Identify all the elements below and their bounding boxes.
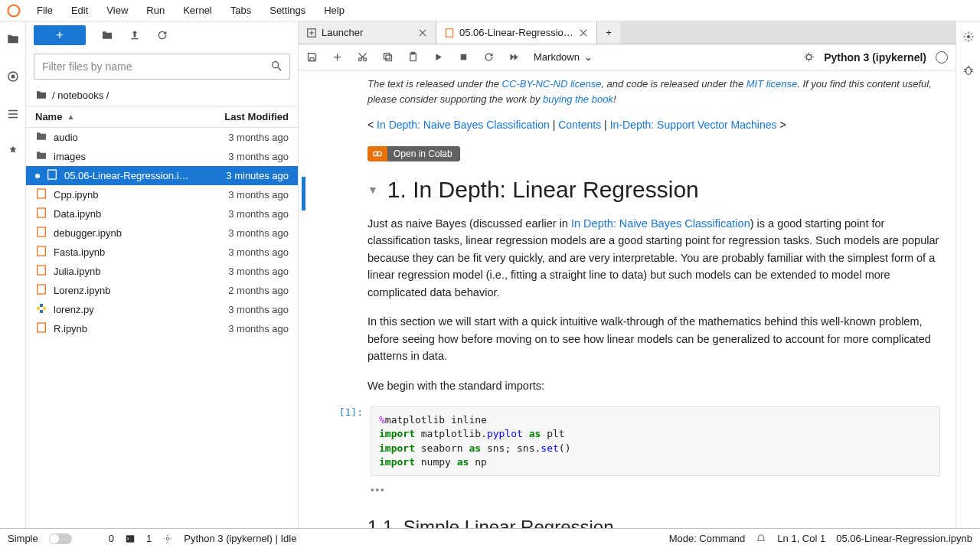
nav-contents-link[interactable]: Contents xyxy=(558,119,601,131)
extensions-icon[interactable] xyxy=(6,145,20,161)
tab-notebook[interactable]: 05.06-Linear-Regression.i xyxy=(436,21,597,44)
file-row[interactable]: debugger.ipynb3 months ago xyxy=(26,223,298,243)
close-icon[interactable] xyxy=(417,28,428,38)
svg-rect-10 xyxy=(38,246,46,256)
output-collapsed-icon[interactable]: ••• xyxy=(329,481,940,503)
svg-rect-12 xyxy=(38,285,46,294)
celltype-dropdown[interactable]: Markdown ⌄ xyxy=(534,51,593,63)
notebook-icon xyxy=(35,226,47,240)
debugger-panel-icon[interactable] xyxy=(962,64,975,77)
new-folder-icon[interactable] xyxy=(101,29,113,41)
menu-help[interactable]: Help xyxy=(316,2,352,19)
paste-icon[interactable] xyxy=(407,51,419,63)
refresh-icon[interactable] xyxy=(156,29,168,41)
run-icon[interactable] xyxy=(433,51,444,63)
running-icon[interactable] xyxy=(6,70,20,86)
nav-next-link[interactable]: In-Depth: Support Vector Machines xyxy=(610,119,777,131)
sort-caret-icon: ▲ xyxy=(67,113,74,121)
menu-run[interactable]: Run xyxy=(139,2,172,19)
file-row[interactable]: audio3 months ago xyxy=(26,128,298,147)
file-row[interactable]: lorenz.py3 months ago xyxy=(26,300,298,319)
file-row[interactable]: Fasta.ipynb3 months ago xyxy=(26,243,298,262)
kernel-name[interactable]: Python 3 (ipykernel) xyxy=(824,51,926,64)
simple-label: Simple xyxy=(8,533,38,544)
mode-text: Mode: Command xyxy=(669,533,746,544)
heading-1: 1. In Depth: Linear Regression xyxy=(387,177,699,203)
svg-rect-9 xyxy=(38,227,46,236)
menu-view[interactable]: View xyxy=(99,2,136,19)
svg-rect-11 xyxy=(38,266,46,275)
svg-rect-19 xyxy=(386,55,392,61)
code-cell[interactable]: [1]: %matplotlib inline import matplotli… xyxy=(329,406,940,476)
svg-rect-6 xyxy=(48,170,57,179)
toc-icon[interactable] xyxy=(6,107,20,123)
filter-input[interactable] xyxy=(34,54,290,80)
mit-license-link[interactable]: MIT license xyxy=(746,78,797,90)
breadcrumb-path: / notebooks / xyxy=(52,90,109,101)
cc-license-link[interactable]: CC-BY-NC-ND license xyxy=(502,78,602,90)
colab-label: Open in Colab xyxy=(387,146,460,161)
debugger-icon[interactable] xyxy=(803,51,815,63)
new-launcher-button[interactable]: + xyxy=(34,25,86,45)
file-row[interactable]: Cpp.ipynb3 months ago xyxy=(26,185,298,204)
notebook-icon xyxy=(35,264,47,279)
collapse-caret-icon[interactable]: ▼ xyxy=(368,184,378,196)
tab-launcher[interactable]: Launcher xyxy=(299,21,436,44)
menu-edit[interactable]: Edit xyxy=(64,2,96,19)
kernel-sessions-icon[interactable] xyxy=(162,533,173,544)
folder-icon xyxy=(35,89,47,101)
colab-badge[interactable]: Open in Colab xyxy=(368,146,460,161)
paragraph: We begin with the standard imports: xyxy=(368,377,940,394)
file-name: Fasta.ipynb xyxy=(54,246,105,258)
naive-bayes-link[interactable]: In Depth: Naive Bayes Classification xyxy=(571,217,750,230)
buy-book-link[interactable]: buying the book xyxy=(543,93,613,105)
menu-file[interactable]: File xyxy=(29,2,60,19)
nav-prev-link[interactable]: In Depth: Naive Bayes Classification xyxy=(377,119,550,131)
menu-kernel[interactable]: Kernel xyxy=(175,2,220,19)
notebook-body: The text is released under the CC-BY-NC-… xyxy=(299,70,956,528)
file-row[interactable]: images3 months ago xyxy=(26,147,298,166)
file-modified: 2 months ago xyxy=(228,285,289,296)
header-name[interactable]: Name xyxy=(35,111,62,122)
cursor-position: Ln 1, Col 1 xyxy=(777,533,825,544)
python-icon xyxy=(35,302,47,317)
menu-settings[interactable]: Settings xyxy=(262,2,313,19)
activity-bar xyxy=(0,21,26,528)
restart-icon[interactable] xyxy=(483,51,495,63)
breadcrumb[interactable]: / notebooks / xyxy=(26,84,298,106)
folder-icon[interactable] xyxy=(6,32,20,48)
svg-point-4 xyxy=(273,62,279,68)
folder-icon xyxy=(35,149,47,164)
file-row[interactable]: Julia.ipynb3 months ago xyxy=(26,262,298,281)
svg-rect-20 xyxy=(384,54,390,60)
code-block[interactable]: %matplotlib inline import matplotlib.pyp… xyxy=(371,406,940,476)
terminal-icon[interactable] xyxy=(125,533,136,544)
notification-icon[interactable] xyxy=(756,533,766,544)
dirty-indicator xyxy=(35,174,40,178)
file-row[interactable]: Lorenz.ipynb2 months ago xyxy=(26,281,298,300)
file-row[interactable]: 05.06-Linear-Regression.i…3 minutes ago xyxy=(26,166,298,185)
header-modified[interactable]: Last Modified xyxy=(224,111,289,122)
add-cell-icon[interactable] xyxy=(332,51,343,63)
upload-icon[interactable] xyxy=(129,29,141,41)
cut-icon[interactable] xyxy=(357,51,368,63)
simple-toggle[interactable] xyxy=(49,533,72,544)
file-modified: 3 months ago xyxy=(228,323,289,334)
file-list-header: Name ▲ Last Modified xyxy=(26,106,298,128)
close-icon[interactable] xyxy=(578,28,589,38)
kernel-status-icon[interactable] xyxy=(936,51,948,64)
svg-point-28 xyxy=(965,67,971,74)
notebook-icon xyxy=(35,283,47,298)
copy-icon[interactable] xyxy=(382,51,394,63)
add-tab-button[interactable]: + xyxy=(597,21,620,44)
menu-tabs[interactable]: Tabs xyxy=(223,2,259,19)
svg-point-27 xyxy=(967,35,970,38)
celltype-label: Markdown xyxy=(534,51,580,63)
launcher-icon xyxy=(306,28,317,38)
file-row[interactable]: Data.ipynb3 months ago xyxy=(26,204,298,223)
stop-icon[interactable] xyxy=(458,51,469,63)
file-row[interactable]: R.ipynb3 months ago xyxy=(26,319,298,338)
save-icon[interactable] xyxy=(306,51,318,63)
run-all-icon[interactable] xyxy=(508,51,520,63)
property-inspector-icon[interactable] xyxy=(962,31,975,43)
